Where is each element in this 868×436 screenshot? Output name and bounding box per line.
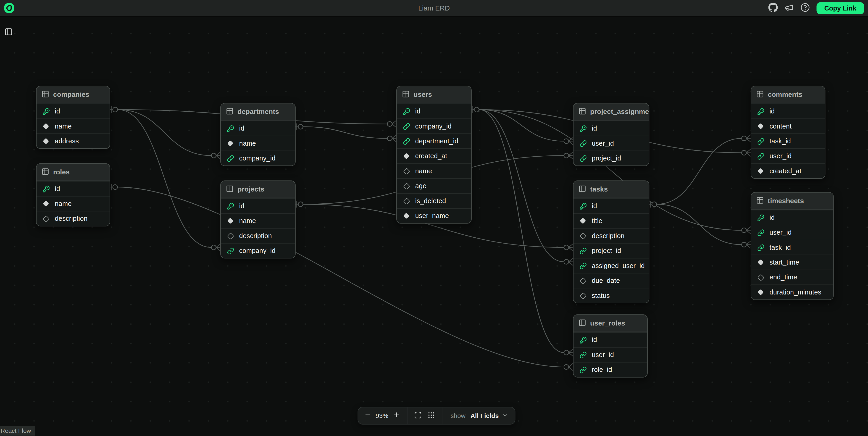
cardinality-many-marker bbox=[388, 135, 397, 142]
diamond-filled-icon bbox=[402, 212, 410, 220]
table-field-users-age[interactable]: age bbox=[397, 178, 471, 193]
table-field-departments-company_id[interactable]: company_id bbox=[221, 151, 295, 165]
table-field-tasks-assigned_user_id[interactable]: assigned_user_id bbox=[574, 258, 649, 273]
table-field-tasks-title[interactable]: title bbox=[574, 213, 649, 228]
table-node-companies[interactable]: companiesidnameaddress bbox=[36, 86, 110, 149]
zoom-in-button[interactable] bbox=[390, 409, 403, 422]
table-field-tasks-project_id[interactable]: project_id bbox=[574, 243, 649, 258]
cardinality-many-marker bbox=[211, 152, 221, 159]
table-field-user_roles-role_id[interactable]: role_id bbox=[574, 362, 647, 377]
table-field-user_roles-user_id[interactable]: user_id bbox=[574, 347, 647, 362]
table-field-projects-company_id[interactable]: company_id bbox=[221, 243, 295, 258]
table-field-project_assignments-user_id[interactable]: user_id bbox=[574, 135, 649, 150]
table-field-comments-task_id[interactable]: task_id bbox=[751, 133, 825, 148]
zoom-out-button[interactable] bbox=[361, 409, 374, 422]
table-field-tasks-description[interactable]: description bbox=[574, 228, 649, 243]
table-node-user_roles[interactable]: user_rolesiduser_idrole_id bbox=[573, 314, 648, 377]
table-field-comments-user_id[interactable]: user_id bbox=[751, 148, 825, 163]
table-field-users-user_name[interactable]: user_name bbox=[397, 208, 471, 223]
table-field-project_assignments-id[interactable]: id bbox=[574, 121, 649, 135]
table-node-timesheets[interactable]: timesheetsiduser_idtask_idstart_timeend_… bbox=[751, 192, 834, 300]
table-field-timesheets-end_time[interactable]: end_time bbox=[751, 270, 833, 284]
table-field-departments-name[interactable]: name bbox=[221, 135, 295, 150]
table-field-users-is_deleted[interactable]: is_deleted bbox=[397, 193, 471, 208]
table-field-comments-id[interactable]: id bbox=[751, 103, 825, 118]
edge-tasks.id-timesheets.task_id bbox=[657, 204, 742, 245]
show-label: show bbox=[451, 412, 466, 419]
table-icon bbox=[226, 185, 234, 194]
sidebar-toggle-button[interactable] bbox=[3, 28, 13, 38]
table-node-users[interactable]: usersidcompany_iddepartment_idcreated_at… bbox=[396, 86, 472, 224]
table-field-timesheets-duration_minutes[interactable]: duration_minutes bbox=[751, 284, 833, 299]
diamond-filled-icon bbox=[42, 122, 50, 130]
table-field-comments-content[interactable]: content bbox=[751, 119, 825, 133]
table-node-tasks[interactable]: tasksidtitledescriptionproject_idassigne… bbox=[573, 180, 650, 303]
table-field-departments-id[interactable]: id bbox=[221, 121, 295, 135]
table-header: roles bbox=[36, 164, 110, 181]
key-icon bbox=[226, 202, 234, 210]
table-title: project_assignme... bbox=[590, 108, 649, 116]
table-field-user_roles-id[interactable]: id bbox=[574, 332, 647, 347]
github-button[interactable] bbox=[769, 3, 778, 13]
table-field-companies-id[interactable]: id bbox=[36, 103, 110, 118]
cardinality-many-marker bbox=[742, 135, 751, 142]
table-field-users-created_at[interactable]: created_at bbox=[397, 148, 471, 163]
table-title: comments bbox=[768, 91, 803, 99]
table-node-roles[interactable]: rolesidnamedescription bbox=[36, 163, 110, 226]
table-field-projects-id[interactable]: id bbox=[221, 198, 295, 213]
link-icon bbox=[402, 137, 410, 145]
help-button[interactable] bbox=[800, 3, 810, 13]
table-field-timesheets-user_id[interactable]: user_id bbox=[751, 225, 833, 240]
table-field-roles-description[interactable]: description bbox=[36, 211, 110, 226]
table-field-companies-address[interactable]: address bbox=[36, 133, 110, 148]
fields-filter-dropdown[interactable]: All Fields bbox=[467, 412, 512, 419]
table-field-companies-name[interactable]: name bbox=[36, 119, 110, 133]
table-field-comments-created_at[interactable]: created_at bbox=[751, 163, 825, 178]
table-field-projects-description[interactable]: description bbox=[221, 228, 295, 243]
fit-view-button[interactable] bbox=[411, 409, 425, 422]
table-title: companies bbox=[53, 91, 89, 99]
table-node-comments[interactable]: commentsidcontenttask_iduser_idcreated_a… bbox=[751, 86, 825, 179]
megaphone-icon bbox=[785, 2, 794, 13]
table-field-users-id[interactable]: id bbox=[397, 103, 471, 118]
zoom-level: 93% bbox=[374, 412, 390, 419]
table-field-users-department_id[interactable]: department_id bbox=[397, 133, 471, 148]
table-title: tasks bbox=[590, 185, 608, 193]
link-icon bbox=[579, 155, 587, 162]
liam-logo bbox=[4, 3, 14, 13]
tidy-up-button[interactable] bbox=[425, 409, 438, 422]
table-field-users-company_id[interactable]: company_id bbox=[397, 119, 471, 133]
table-field-tasks-due_date[interactable]: due_date bbox=[574, 273, 649, 288]
key-icon bbox=[579, 336, 587, 344]
table-node-departments[interactable]: departmentsidnamecompany_id bbox=[220, 103, 296, 166]
table-field-timesheets-task_id[interactable]: task_id bbox=[751, 240, 833, 254]
minus-icon bbox=[364, 411, 371, 420]
table-field-project_assignments-project_id[interactable]: project_id bbox=[574, 151, 649, 165]
table-field-projects-name[interactable]: name bbox=[221, 213, 295, 228]
table-field-tasks-id[interactable]: id bbox=[574, 198, 649, 213]
cardinality-many-marker bbox=[388, 120, 397, 128]
table-field-timesheets-id[interactable]: id bbox=[751, 210, 833, 225]
cardinality-many-marker bbox=[564, 364, 573, 371]
erd-canvas[interactable]: companiesidnameaddressrolesidnamedescrip… bbox=[0, 16, 868, 436]
table-icon bbox=[41, 90, 49, 99]
table-field-roles-name[interactable]: name bbox=[36, 196, 110, 211]
table-field-tasks-status[interactable]: status bbox=[574, 288, 649, 303]
plus-icon bbox=[393, 411, 400, 420]
react-flow-attribution[interactable]: React Flow bbox=[0, 426, 35, 436]
table-icon bbox=[579, 185, 586, 194]
table-field-users-name[interactable]: name bbox=[397, 163, 471, 178]
diamond-filled-icon bbox=[42, 200, 50, 208]
panel-left-icon bbox=[4, 28, 12, 38]
diamond-filled-icon bbox=[757, 122, 765, 130]
table-field-roles-id[interactable]: id bbox=[36, 181, 110, 196]
table-field-timesheets-start_time[interactable]: start_time bbox=[751, 254, 833, 269]
table-node-project_assignments[interactable]: project_assignme...iduser_idproject_id bbox=[573, 103, 650, 166]
copy-link-button[interactable]: Copy Link bbox=[816, 2, 864, 14]
table-node-projects[interactable]: projectsidnamedescriptioncompany_id bbox=[220, 180, 296, 258]
diamond-outline-icon bbox=[226, 232, 234, 240]
page-title: Liam ERD bbox=[0, 4, 868, 12]
diamond-filled-icon bbox=[226, 139, 234, 147]
edge-companies.id-projects.company_id bbox=[118, 110, 211, 247]
release-notes-button[interactable] bbox=[784, 3, 795, 13]
